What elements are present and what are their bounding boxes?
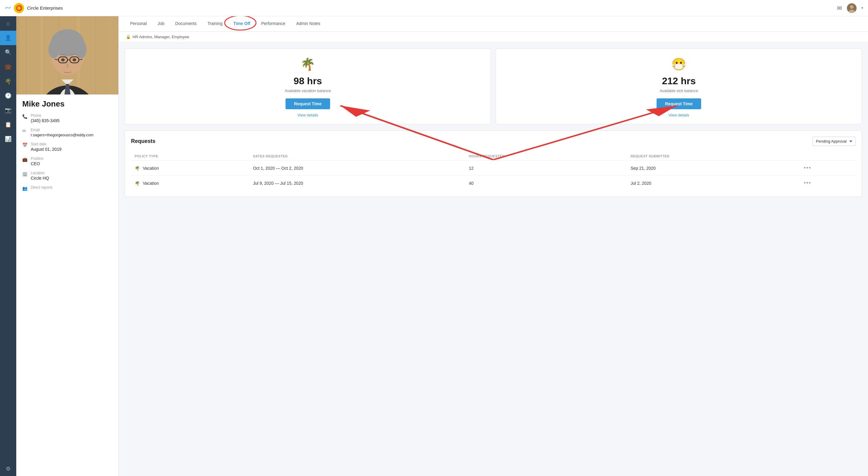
sidebar-item-home[interactable]: ⌂ <box>0 16 16 31</box>
col-submitted: REQUEST SUBMITTED <box>627 152 800 161</box>
sidebar: ⌂ 👤 🔍 💼 🌴 🕐 📷 📋 📊 ⚙ <box>0 0 16 476</box>
col-hours: HOURS REQUESTED <box>465 152 627 161</box>
privacy-text: HR Admins, Manager, Employee <box>132 35 189 39</box>
phone-value: (345) 835-3495 <box>31 118 60 123</box>
sidebar-item-camera[interactable]: 📷 <box>0 103 16 117</box>
sick-emoji: 😷 <box>671 57 686 71</box>
sick-hours: 212 hrs <box>662 75 696 87</box>
phone-icon: 📞 <box>22 114 28 119</box>
dates-cell: Oct 1, 2020 — Oct 2, 2020 <box>249 161 465 176</box>
direct-reports-icon: 👥 <box>22 186 28 191</box>
submitted-cell-2: Jul 2, 2020 <box>627 176 800 191</box>
tab-performance[interactable]: Performance <box>256 16 291 31</box>
email-value: r.sagers+thegorgeousco@eddy.com <box>31 133 93 137</box>
content-area: Personal Job Documents Training Time Off… <box>119 16 868 476</box>
sidebar-item-search[interactable]: 🔍 <box>0 45 16 60</box>
beach-icon: 🌴 <box>5 78 11 84</box>
topbar-right: ✉ ▾ <box>837 3 863 13</box>
sidebar-item-settings[interactable]: ⚙ <box>0 462 16 476</box>
mail-icon[interactable]: ✉ <box>837 4 842 12</box>
svg-rect-5 <box>25 16 27 95</box>
hours-cell: 12 <box>465 161 627 176</box>
sidebar-item-timeoff[interactable]: 🌴 <box>0 74 16 89</box>
sidebar-item-people[interactable]: 👤 <box>0 31 16 45</box>
sick-view-details[interactable]: View details <box>668 113 689 117</box>
location-label: Location <box>31 171 49 175</box>
requests-table: POLICY TYPE DATES REQUESTED HOURS REQUES… <box>131 152 856 191</box>
lock-icon: 🔒 <box>126 35 131 39</box>
home-icon: ⌂ <box>7 21 10 27</box>
table-body: 🌴 Vacation Oct 1, 2020 — Oct 2, 2020 12 … <box>131 161 856 191</box>
col-dates: DATES REQUESTED <box>249 152 465 161</box>
profile-name: Mike Jones <box>16 95 118 111</box>
camera-icon: 📷 <box>5 107 11 113</box>
search-icon: 🔍 <box>5 49 11 56</box>
calendar-icon: 📅 <box>22 143 28 147</box>
position-icon: 💼 <box>22 157 28 162</box>
row-actions-button[interactable]: ••• <box>804 165 811 171</box>
email-field: ✉ Email r.sagers+thegorgeousco@eddy.com <box>22 128 112 137</box>
vacation-request-button[interactable]: Request Time <box>285 98 330 109</box>
reports-icon: 📋 <box>5 121 11 128</box>
startdate-value: August 01, 2019 <box>31 147 61 151</box>
svg-point-15 <box>49 40 59 58</box>
col-policy-type: POLICY TYPE <box>131 152 249 161</box>
svg-rect-9 <box>95 16 96 95</box>
dates-cell-2: Jul 9, 2020 — Jul 15, 2020 <box>249 176 465 191</box>
tab-personal[interactable]: Personal <box>125 16 152 31</box>
sidebar-item-jobs[interactable]: 💼 <box>0 60 16 74</box>
direct-reports-label: Direct reports <box>31 185 53 190</box>
sidebar-item-reports[interactable]: 📋 <box>0 117 16 132</box>
submitted-cell: Sep 21, 2020 <box>627 161 800 176</box>
policy-cell: 🌴 Vacation <box>131 176 249 191</box>
tab-admin-notes[interactable]: Admin Notes <box>291 16 326 31</box>
location-field: 🏢 Location Circle HQ <box>22 171 112 180</box>
requests-section: Requests Pending Approval Approved Denie… <box>125 130 862 197</box>
svg-rect-6 <box>40 16 43 95</box>
policy-cell: 🌴 Vacation <box>131 161 249 176</box>
position-label: Position <box>31 157 44 161</box>
cards-row: 🌴 98 hrs Available vacation balance Requ… <box>125 48 862 124</box>
vacation-row-icon-2: 🌴 <box>135 181 140 185</box>
sick-card: 😷 212 hrs Available sick balance Request… <box>496 48 862 124</box>
vacation-label: Available vacation balance <box>285 89 331 93</box>
tab-bar: Personal Job Documents Training Time Off… <box>119 16 868 32</box>
sick-request-button[interactable]: Request Time <box>657 98 701 109</box>
user-avatar[interactable] <box>847 3 857 13</box>
main-wrapper: Mike Jones 📞 Phone (345) 835-3495 ✉ Emai… <box>16 16 868 476</box>
tab-training[interactable]: Training <box>202 16 228 31</box>
svg-rect-10 <box>110 16 112 95</box>
tab-timeoff-label: Time Off <box>234 21 251 26</box>
table-header: POLICY TYPE DATES REQUESTED HOURS REQUES… <box>131 152 856 161</box>
company-logo: ⭕ <box>14 3 24 13</box>
requests-header: Requests Pending Approval Approved Denie… <box>131 137 856 146</box>
policy-name: Vacation <box>143 166 159 171</box>
table-row: 🌴 Vacation Jul 9, 2020 — Jul 15, 2020 40… <box>131 176 856 191</box>
row-actions-button-2[interactable]: ••• <box>804 180 811 186</box>
tab-timeoff[interactable]: Time Off <box>228 16 256 31</box>
svg-point-1 <box>850 5 854 9</box>
people-icon: 👤 <box>5 35 11 41</box>
requests-filter[interactable]: Pending Approval Approved Denied All <box>813 137 856 146</box>
settings-icon: ⚙ <box>6 466 10 472</box>
table-row: 🌴 Vacation Oct 1, 2020 — Oct 2, 2020 12 … <box>131 161 856 176</box>
avatar-dropdown-icon[interactable]: ▾ <box>861 6 863 10</box>
topbar: 〜 ⭕ Circle Enterprises ✉ ▾ <box>0 0 868 16</box>
briefcase-icon: 💼 <box>5 64 11 70</box>
position-field: 💼 Position CEO <box>22 157 112 166</box>
vacation-view-details[interactable]: View details <box>297 113 318 117</box>
requests-title: Requests <box>131 138 155 144</box>
filter-select[interactable]: Pending Approval Approved Denied All <box>813 137 856 146</box>
location-value: Circle HQ <box>31 176 49 180</box>
sidebar-item-analytics[interactable]: 📊 <box>0 132 16 146</box>
analytics-icon: 📊 <box>5 136 11 142</box>
tab-documents[interactable]: Documents <box>170 16 202 31</box>
vacation-row-icon: 🌴 <box>135 166 140 171</box>
sidebar-item-clock[interactable]: 🕐 <box>0 89 16 103</box>
company-name: Circle Enterprises <box>27 5 63 10</box>
actions-cell: ••• <box>800 161 856 176</box>
svg-point-23 <box>72 58 76 61</box>
timeoff-section: 🌴 98 hrs Available vacation balance Requ… <box>119 48 868 124</box>
position-value: CEO <box>31 161 44 166</box>
tab-job[interactable]: Job <box>152 16 170 31</box>
